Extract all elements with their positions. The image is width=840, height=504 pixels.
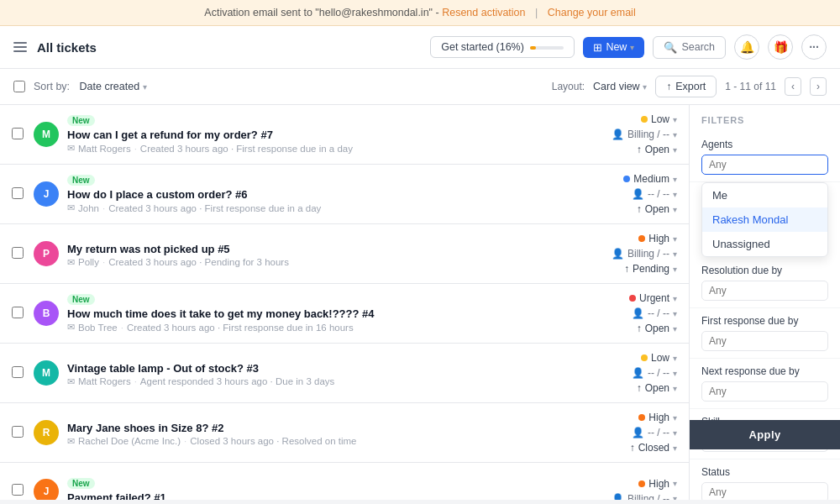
priority-chevron-icon: ▾: [673, 413, 677, 423]
ticket-main: New How can I get a refund for my order?…: [67, 115, 559, 154]
ticket-right: High ▾ 👤 Billing / -- ▾: [568, 478, 677, 501]
email-icon: ✉: [67, 436, 75, 447]
avatar: J: [34, 181, 59, 207]
status-icon: ↑: [637, 203, 642, 215]
ticket-title[interactable]: Payment failed? #1: [67, 491, 559, 500]
ticket-main: New Payment failed? #1: [67, 478, 559, 500]
ticket-title[interactable]: How much time does it take to get my mon…: [67, 307, 559, 320]
ticket-meta: ✉ Matt Rogers · Agent responded 3 hours …: [67, 376, 559, 387]
agent-row[interactable]: 👤 -- / -- ▾: [632, 367, 677, 379]
ticket-meta: ✉ John · Created 3 hours ago · First res…: [67, 202, 559, 213]
priority-chevron-icon: ▾: [673, 175, 677, 184]
status-filter-input[interactable]: [701, 482, 828, 500]
priority-tag[interactable]: High ▾: [638, 412, 677, 423]
gift-button[interactable]: 🎁: [768, 34, 793, 60]
priority-tag[interactable]: High ▾: [638, 233, 677, 244]
agent-suggestion-item[interactable]: Unassigned: [702, 232, 827, 256]
agent-row[interactable]: 👤 -- / -- ▾: [632, 188, 677, 200]
ticket-checkbox[interactable]: [12, 307, 24, 318]
priority-tag[interactable]: Low ▾: [641, 113, 677, 125]
agent-row[interactable]: 👤 Billing / -- ▾: [612, 248, 677, 260]
agent-chevron-icon: ▾: [673, 130, 677, 139]
status-chevron-icon: ▾: [673, 265, 677, 274]
ticket-title[interactable]: Vintage table lamp - Out of stock? #3: [67, 362, 559, 375]
hamburger-menu[interactable]: [13, 42, 27, 52]
new-button[interactable]: ⊞ New ▾: [583, 37, 644, 58]
agent-row[interactable]: 👤 -- / -- ▾: [632, 307, 677, 319]
email-icon: ✉: [67, 322, 75, 333]
avatar: M: [34, 122, 59, 147]
priority-tag[interactable]: Medium ▾: [623, 173, 677, 185]
status-row[interactable]: ↑ Open ▾: [637, 323, 677, 334]
ticket-right: Low ▾ 👤 -- / -- ▾ ↑ Open ▾: [568, 352, 677, 394]
prev-page-button[interactable]: ‹: [785, 77, 801, 96]
toolbar: Sort by: Date created ▾ Layout: Card vie…: [0, 69, 840, 105]
layout-label: Layout:: [552, 81, 585, 92]
next-response-filter-input[interactable]: [701, 381, 828, 402]
table-row: B New How much time does it take to get …: [0, 284, 689, 344]
resend-activation-link[interactable]: Resend activation: [442, 7, 525, 18]
change-email-link[interactable]: Change your email: [548, 7, 636, 18]
main-header: All tickets Get started (16%) ⊞ New ▾ 🔍 …: [0, 26, 840, 69]
agent-row[interactable]: 👤 Billing / -- ▾: [612, 129, 677, 140]
ticket-meta: ✉ Matt Rogers · Created 3 hours ago · Fi…: [67, 143, 559, 154]
search-button[interactable]: 🔍 Search: [653, 36, 726, 59]
agent-chevron-icon: ▾: [673, 428, 677, 438]
ticket-main: New How much time does it take to get my…: [67, 294, 559, 333]
email-icon: ✉: [67, 376, 75, 387]
ticket-main: Vintage table lamp - Out of stock? #3 ✉ …: [67, 360, 559, 387]
search-icon: 🔍: [664, 41, 677, 54]
export-icon: ↑: [666, 81, 671, 92]
layout-chevron-icon: ▾: [643, 82, 647, 92]
status-chevron-icon: ▾: [673, 324, 677, 333]
ticket-checkbox[interactable]: [12, 426, 24, 438]
agents-dropdown: MeRakesh MondalUnassigned: [701, 182, 828, 257]
priority-tag[interactable]: High ▾: [638, 478, 677, 490]
ticket-title[interactable]: Mary Jane shoes in Size 8? #2: [67, 422, 559, 434]
priority-chevron-icon: ▾: [673, 294, 677, 303]
ticket-right: High ▾ 👤 Billing / -- ▾ ↑ Pending ▾: [568, 233, 677, 275]
priority-chevron-icon: ▾: [673, 115, 677, 124]
status-row[interactable]: ↑ Open ▾: [637, 382, 677, 394]
ticket-checkbox[interactable]: [12, 128, 24, 139]
priority-chevron-icon: ▾: [673, 234, 677, 244]
priority-tag[interactable]: Urgent ▾: [629, 292, 677, 304]
priority-tag[interactable]: Low ▾: [641, 352, 677, 364]
notifications-button[interactable]: 🔔: [734, 34, 759, 60]
export-button[interactable]: ↑ Export: [655, 76, 717, 97]
agent-suggestion-item[interactable]: Rakesh Mondal: [702, 207, 827, 232]
select-all-checkbox[interactable]: [13, 81, 25, 92]
first-response-filter-input[interactable]: [701, 331, 828, 351]
ticket-meta: ✉ Bob Tree · Created 3 hours ago · First…: [67, 322, 559, 333]
status-row[interactable]: ↑ Open ▾: [637, 203, 677, 215]
ticket-right: Urgent ▾ 👤 -- / -- ▾ ↑ Open ▾: [568, 292, 677, 334]
avatar: P: [34, 241, 59, 266]
table-row: M Vintage table lamp - Out of stock? #3 …: [0, 344, 689, 403]
more-button[interactable]: ···: [801, 34, 827, 60]
avatar: B: [34, 301, 59, 326]
next-page-button[interactable]: ›: [810, 77, 827, 96]
agent-suggestion-item[interactable]: Me: [702, 183, 827, 207]
status-icon: ↑: [630, 442, 635, 454]
get-started-button[interactable]: Get started (16%): [430, 36, 575, 58]
card-view-button[interactable]: Card view ▾: [593, 81, 647, 92]
sort-button[interactable]: Sort by: Date created ▾: [34, 81, 147, 92]
apply-filters-button[interactable]: Apply: [690, 420, 840, 449]
status-row[interactable]: ↑ Open ▾: [637, 144, 677, 155]
ticket-checkbox[interactable]: [12, 366, 24, 378]
status-icon: ↑: [637, 144, 642, 155]
status-row[interactable]: ↑ Closed ▾: [630, 442, 677, 454]
ticket-checkbox[interactable]: [12, 187, 24, 199]
ticket-checkbox[interactable]: [12, 484, 24, 496]
ticket-title[interactable]: How do I place a custom order? #6: [67, 188, 559, 201]
filters-panel: FILTERS Agents MeRakesh MondalUnassigned…: [689, 105, 840, 500]
agent-row[interactable]: 👤 -- / -- ▾: [632, 427, 677, 438]
ticket-title[interactable]: How can I get a refund for my order? #7: [67, 129, 559, 141]
status-icon: ↑: [637, 382, 642, 394]
agent-row[interactable]: 👤 Billing / -- ▾: [612, 493, 677, 501]
ticket-checkbox[interactable]: [12, 247, 24, 259]
ticket-title[interactable]: My return was not picked up #5: [67, 243, 559, 255]
agents-filter-input[interactable]: [701, 155, 828, 175]
status-row[interactable]: ↑ Pending ▾: [624, 263, 677, 275]
resolution-filter-input[interactable]: [701, 281, 828, 301]
